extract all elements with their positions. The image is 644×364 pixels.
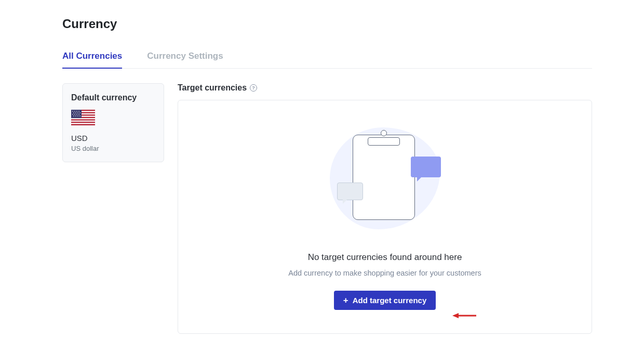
- svg-rect-7: [71, 124, 95, 125]
- svg-point-9: [72, 111, 73, 112]
- target-currencies-label: Target currencies: [178, 83, 247, 93]
- svg-point-14: [75, 112, 76, 113]
- empty-state-title: No target currencies found around here: [308, 252, 462, 263]
- speech-bubble-icon: [337, 183, 363, 200]
- target-currencies-label-row: Target currencies ?: [178, 83, 592, 93]
- svg-point-10: [74, 111, 75, 112]
- svg-point-15: [77, 112, 78, 113]
- svg-point-19: [76, 114, 77, 115]
- svg-point-16: [79, 112, 81, 113]
- default-currency-card: Default currency USD US dollar: [62, 83, 164, 162]
- page-title: Currency: [62, 17, 592, 31]
- tabs: All Currencies Currency Settings: [62, 51, 592, 69]
- svg-point-11: [76, 111, 77, 112]
- target-currencies-section: Target currencies ? No target currencies…: [178, 83, 592, 334]
- svg-point-20: [78, 114, 79, 115]
- default-currency-title: Default currency: [71, 93, 155, 102]
- annotation-arrow-icon: [452, 313, 476, 319]
- content: Default currency USD US dollar: [62, 83, 592, 334]
- tab-all-currencies[interactable]: All Currencies: [62, 51, 122, 69]
- svg-rect-6: [71, 122, 95, 123]
- add-target-currency-label: Add target currency: [353, 296, 427, 305]
- svg-point-17: [72, 114, 73, 115]
- svg-rect-5: [71, 119, 95, 120]
- svg-point-13: [73, 112, 74, 113]
- svg-point-21: [73, 115, 74, 116]
- default-currency-name: US dollar: [71, 145, 155, 152]
- svg-point-18: [74, 114, 75, 115]
- default-currency-code: USD: [71, 134, 155, 142]
- speech-bubble-icon: [411, 157, 441, 177]
- us-flag-icon: [71, 110, 95, 125]
- svg-marker-26: [452, 313, 459, 318]
- svg-point-24: [79, 115, 81, 116]
- target-currencies-panel: No target currencies found around here A…: [178, 100, 592, 334]
- plus-icon: +: [343, 296, 348, 305]
- help-icon[interactable]: ?: [250, 84, 257, 92]
- svg-point-12: [78, 111, 79, 112]
- tab-currency-settings[interactable]: Currency Settings: [147, 51, 223, 69]
- svg-point-23: [77, 115, 78, 116]
- empty-illustration: [328, 126, 442, 230]
- add-target-currency-button[interactable]: + Add target currency: [334, 291, 436, 310]
- svg-point-22: [75, 115, 76, 116]
- empty-state-subtitle: Add currency to make shopping easier for…: [288, 269, 481, 277]
